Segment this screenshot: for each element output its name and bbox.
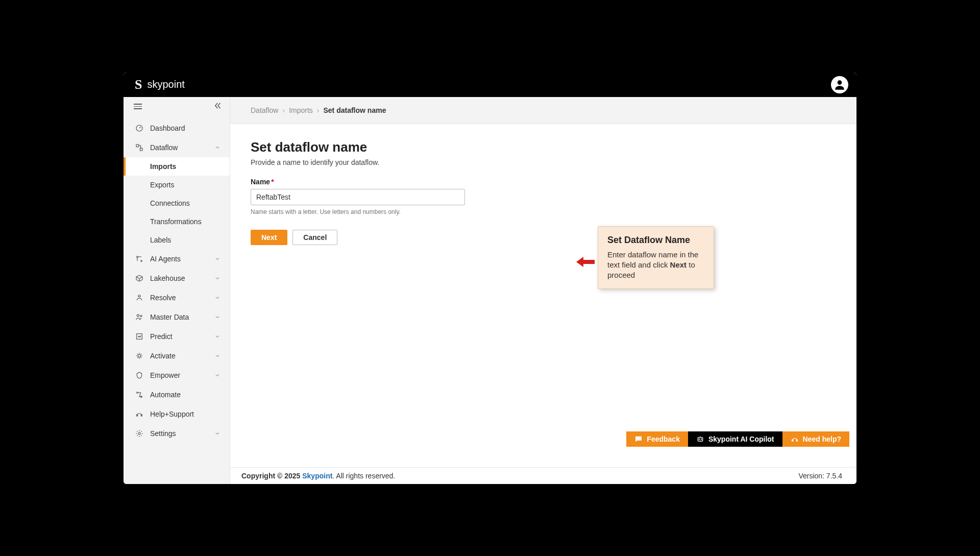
user-avatar[interactable] bbox=[831, 76, 848, 93]
version-label: Version: 7.5.4 bbox=[798, 472, 842, 480]
sidebar-item-empower[interactable]: Empower bbox=[124, 366, 230, 385]
sidebar-item-label: Imports bbox=[150, 162, 176, 171]
breadcrumb: Dataflow › Imports › Set dataflow name bbox=[230, 97, 856, 124]
chevron-down-icon bbox=[214, 313, 222, 321]
masterdata-icon bbox=[135, 312, 144, 322]
sidebar-item-label: Help+Support bbox=[150, 410, 222, 418]
sidebar-item-label: Automate bbox=[150, 391, 222, 399]
main: Dataflow › Imports › Set dataflow name S… bbox=[230, 97, 856, 484]
sidebar-item-label: Transformations bbox=[150, 217, 202, 226]
sidebar-item-label: Master Data bbox=[150, 313, 208, 321]
svg-point-10 bbox=[138, 354, 140, 357]
sidebar-item-predict[interactable]: Predict bbox=[124, 327, 230, 346]
chevron-down-icon bbox=[214, 255, 222, 262]
dataflow-icon bbox=[135, 143, 144, 152]
callout-title: Set Dataflow Name bbox=[607, 235, 704, 246]
sidebar: Dashboard Dataflow Imports Exports Conne… bbox=[124, 97, 230, 484]
sidebar-item-help-support[interactable]: Help+Support bbox=[124, 404, 230, 424]
sidebar-item-label: Resolve bbox=[150, 294, 208, 302]
need-help-button[interactable]: Need help? bbox=[782, 431, 849, 447]
automate-icon bbox=[135, 390, 144, 399]
brand-name: skypoint bbox=[147, 79, 184, 90]
chevron-down-icon bbox=[214, 430, 222, 437]
svg-point-6 bbox=[138, 295, 140, 297]
sidebar-item-label: Empower bbox=[150, 371, 208, 379]
sidebar-item-automate[interactable]: Automate bbox=[124, 385, 230, 404]
sidebar-item-master-data[interactable]: Master Data bbox=[124, 307, 230, 327]
svg-point-11 bbox=[137, 392, 138, 393]
dashboard-icon bbox=[135, 124, 144, 133]
next-button[interactable]: Next bbox=[251, 230, 287, 245]
feedback-button[interactable]: Feedback bbox=[626, 431, 688, 447]
sidebar-item-label: Settings bbox=[150, 429, 208, 438]
help-icon bbox=[135, 409, 144, 419]
svg-point-0 bbox=[838, 80, 842, 85]
footer: Copyright © 2025 Skypoint. All rights re… bbox=[230, 467, 856, 484]
copilot-button[interactable]: Skypoint AI Copilot bbox=[688, 431, 782, 447]
bot-icon bbox=[696, 435, 704, 443]
sidebar-item-imports[interactable]: Imports bbox=[124, 157, 230, 176]
chevron-down-icon bbox=[214, 372, 222, 379]
page-subtitle: Provide a name to identify your dataflow… bbox=[251, 158, 836, 166]
sidebar-item-resolve[interactable]: Resolve bbox=[124, 288, 230, 307]
lakehouse-icon bbox=[135, 274, 144, 283]
callout-text: Enter dataflow name in the text field an… bbox=[607, 250, 704, 281]
sidebar-item-activate[interactable]: Activate bbox=[124, 346, 230, 366]
hamburger-icon[interactable] bbox=[134, 104, 142, 109]
svg-rect-2 bbox=[136, 144, 139, 147]
topbar: S skypoint bbox=[124, 72, 856, 97]
chevron-right-icon: › bbox=[317, 106, 320, 114]
name-field-helper: Name starts with a letter. Use letters a… bbox=[251, 208, 836, 215]
predict-icon bbox=[135, 332, 144, 341]
collapse-sidebar-button[interactable] bbox=[213, 101, 223, 112]
content: Set dataflow name Provide a name to iden… bbox=[230, 124, 856, 467]
sidebar-item-label: AI Agents bbox=[150, 255, 208, 263]
required-indicator: * bbox=[271, 178, 274, 186]
copyright: Copyright © 2025 Skypoint. All rights re… bbox=[241, 472, 395, 480]
sidebar-item-label: Lakehouse bbox=[150, 274, 208, 282]
sidebar-item-label: Dashboard bbox=[150, 124, 222, 132]
resolve-icon bbox=[135, 293, 144, 302]
breadcrumb-item[interactable]: Imports bbox=[289, 106, 313, 114]
activate-icon bbox=[135, 351, 144, 360]
chevron-right-icon: › bbox=[282, 106, 285, 114]
svg-point-16 bbox=[701, 439, 701, 439]
breadcrumb-current: Set dataflow name bbox=[324, 106, 386, 114]
svg-point-7 bbox=[137, 314, 139, 316]
sidebar-item-exports[interactable]: Exports bbox=[124, 176, 230, 194]
name-field-label: Name* bbox=[251, 178, 836, 186]
sidebar-item-labels[interactable]: Labels bbox=[124, 231, 230, 249]
breadcrumb-item[interactable]: Dataflow bbox=[251, 106, 278, 114]
svg-point-4 bbox=[137, 256, 138, 257]
user-icon bbox=[833, 78, 846, 91]
sidebar-item-ai-agents[interactable]: AI Agents bbox=[124, 249, 230, 269]
sidebar-item-label: Dataflow bbox=[150, 143, 208, 152]
dataflow-name-input[interactable] bbox=[251, 189, 465, 205]
sidebar-item-lakehouse[interactable]: Lakehouse bbox=[124, 269, 230, 288]
annotation-arrow-icon bbox=[576, 256, 595, 270]
settings-icon bbox=[135, 429, 144, 438]
svg-rect-3 bbox=[140, 148, 142, 151]
nav: Dashboard Dataflow Imports Exports Conne… bbox=[124, 114, 230, 484]
brand-link[interactable]: Skypoint bbox=[302, 472, 332, 480]
empower-icon bbox=[135, 371, 144, 380]
svg-point-8 bbox=[140, 315, 142, 317]
cancel-button[interactable]: Cancel bbox=[292, 230, 337, 245]
svg-point-5 bbox=[141, 260, 142, 261]
chevron-down-icon bbox=[214, 275, 222, 282]
dataflow-submenu: Imports Exports Connections Transformati… bbox=[124, 157, 230, 249]
sidebar-item-connections[interactable]: Connections bbox=[124, 194, 230, 212]
bottom-actions: Feedback Skypoint AI Copilot Need help? bbox=[626, 431, 849, 447]
sidebar-item-dashboard[interactable]: Dashboard bbox=[124, 118, 230, 138]
brand-logo-icon: S bbox=[135, 77, 142, 92]
sidebar-item-label: Exports bbox=[150, 181, 174, 189]
svg-point-13 bbox=[138, 432, 140, 434]
sidebar-item-dataflow[interactable]: Dataflow bbox=[124, 138, 230, 157]
sidebar-item-transformations[interactable]: Transformations bbox=[124, 212, 230, 231]
annotation-callout: Set Dataflow Name Enter dataflow name in… bbox=[598, 226, 714, 289]
brand[interactable]: S skypoint bbox=[135, 77, 185, 92]
sidebar-item-settings[interactable]: Settings bbox=[124, 424, 230, 443]
sidebar-item-label: Predict bbox=[150, 332, 208, 341]
app-window: S skypoint Dashboard Dataflow bbox=[124, 72, 856, 484]
chevron-up-icon bbox=[214, 144, 222, 151]
